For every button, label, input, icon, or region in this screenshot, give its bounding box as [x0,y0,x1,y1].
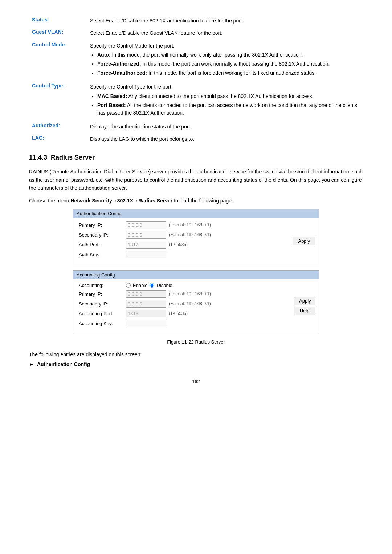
field-label: Accounting Key: [79,321,126,326]
field-label: Primary IP: [79,291,126,297]
acct-config-box: Accounting Config Accounting: Enable Dis… [73,270,319,333]
field-input [126,290,166,298]
acct-config-body: Accounting: Enable Disable Primary IP:(F… [73,279,319,333]
field-input[interactable] [126,241,166,249]
definition-row: Guest VLAN:Select Enable/Disable the Gue… [29,27,363,39]
field-hint: (Format: 192.168.0.1) [169,301,211,306]
entries-arrow: ➤ [29,361,33,367]
bullet-item: MAC Based: Any client connected to the p… [97,93,360,100]
field-label: Accounting Port: [79,311,126,316]
bullet-list: MAC Based: Any client connected to the p… [90,93,360,117]
figure-caption: Figure 11-22 Radius Server [29,339,363,345]
field-label: Secondary IP: [79,301,126,307]
field-label: Primary IP: [79,222,126,228]
field-input[interactable] [126,251,166,258]
auth-config-header: Authentication Config [73,209,319,218]
acct-field-row: Secondary IP:(Format: 192.168.0.1) [79,300,313,308]
definition-row: Status:Select Enable/Disable the 802.1X … [29,15,363,27]
field-hint: (1-65535) [169,311,188,316]
field-input[interactable] [126,231,166,239]
definition-desc: Displays the LAG to which the port belon… [87,133,363,145]
section-heading: 11.4.3 Radius Server [29,154,363,163]
section-title: Radius Server [51,154,95,161]
definition-row: LAG:Displays the LAG to which the port b… [29,133,363,145]
definition-term: Guest VLAN: [29,27,87,39]
definition-row: Control Mode:Specify the Control Mode fo… [29,40,363,81]
auth-config-entry-label: Authentication Config [37,361,90,367]
auth-field-row: Secondary IP:(Format: 192.168.0.1) [79,231,313,239]
definition-desc: Select Enable/Disable the 802.1X authent… [87,15,363,27]
acct-config-header: Accounting Config [73,271,319,279]
field-hint: (1-65535) [169,242,188,247]
field-input [126,310,166,317]
field-input[interactable] [126,320,166,327]
field-label: Secondary IP: [79,232,126,238]
auth-field-row: Auth Key: [79,251,313,258]
definition-term: Authorized: [29,120,87,133]
acct-field-row: Primary IP:(Format: 192.168.0.1) [79,290,313,298]
field-hint: (Format: 192.168.0.1) [169,291,211,296]
accounting-label: Accounting: [79,283,126,288]
auth-field-row: Auth Port:(1-65535) [79,241,313,249]
field-label: Auth Key: [79,252,126,257]
definition-desc: Specify the Control Mode for the port.Au… [87,40,363,81]
accounting-enable-label: Enable [133,283,147,288]
entries-section: ➤ Authentication Config [29,361,363,367]
auth-field-row: Primary IP:(Format: 192.168.0.1) [79,221,313,229]
menu-path: Choose the menu Network Security→802.1X→… [29,197,363,205]
auth-apply-button[interactable]: Apply [293,237,315,245]
definition-term: Control Mode: [29,40,87,81]
bullet-item: Force-Unauthorized: In this mode, the po… [97,69,360,77]
acct-field-row: Accounting Key: [79,320,313,327]
definitions-table: Status:Select Enable/Disable the 802.1X … [29,15,363,145]
bullet-list: Auto: In this mode, the port will normal… [90,51,360,77]
accounting-disable-label: Disable [156,283,172,288]
field-input [126,300,166,308]
acct-field-row: Accounting Port:(1-65535) [79,310,313,317]
auth-config-body: Primary IP:(Format: 192.168.0.1)Secondar… [73,218,319,264]
section-number: 11.4.3 [29,154,47,161]
definition-term: Status: [29,15,87,27]
bullet-item: Port Based: All the clients connected to… [97,102,360,117]
page-number: 162 [29,379,363,384]
definition-row: Authorized:Displays the authentication s… [29,120,363,133]
acct-help-button[interactable]: Help [294,307,315,315]
bullet-item: Force-Authorized: In this mode, the port… [97,60,360,68]
definition-row: Control Type:Specify the Control Type fo… [29,81,363,120]
field-hint: (Format: 192.168.0.1) [169,222,211,227]
acct-button-group: Apply Help [294,297,315,315]
accounting-radio-group[interactable]: Enable Disable [126,283,172,288]
field-input[interactable] [126,221,166,229]
auth-config-box: Authentication Config Primary IP:(Format… [73,209,319,264]
definition-term: LAG: [29,133,87,145]
accounting-enable-radio[interactable] [126,283,131,288]
acct-apply-button[interactable]: Apply [294,297,315,305]
following-entries-text: The following entries are displayed on t… [29,350,363,358]
definition-term: Control Type: [29,81,87,120]
accounting-disable-radio[interactable] [150,283,154,288]
field-hint: (Format: 192.168.0.1) [169,232,211,237]
section-intro: RADIUS (Remote Authentication Dial-In Us… [29,168,363,192]
accounting-radio-row: Accounting: Enable Disable [79,283,313,288]
bullet-item: Auto: In this mode, the port will normal… [97,51,360,59]
definition-desc: Select Enable/Disable the Guest VLAN fea… [87,27,363,39]
definition-desc: Displays the authentication status of th… [87,120,363,133]
field-label: Auth Port: [79,242,126,247]
definition-desc: Specify the Control Type for the port.MA… [87,81,363,120]
